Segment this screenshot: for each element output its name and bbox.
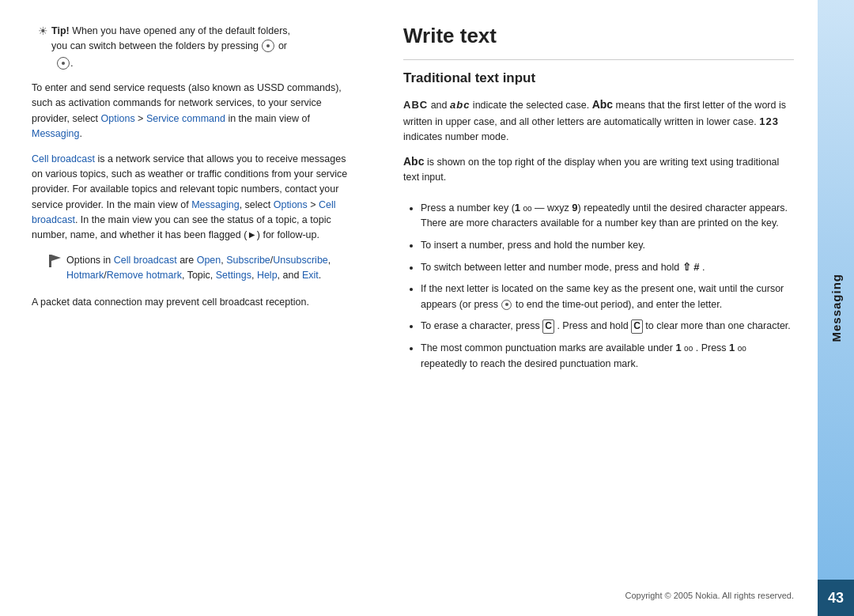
options-link2[interactable]: Options [274, 199, 308, 210]
main-content: ☀ Tip! When you have opened any of the d… [0, 0, 818, 616]
unsubscribe-link[interactable]: Unsubscribe [273, 255, 327, 266]
flag-icon [47, 255, 62, 267]
remove-hotmark-link[interactable]: Remove hotmark [107, 270, 182, 281]
bullet-item-6: The most common punctuation marks are av… [421, 340, 794, 372]
sidebar: Messaging 43 [818, 0, 854, 616]
key-9-icon: 9 [572, 202, 577, 214]
divider [403, 59, 794, 60]
bullet-item-2: To insert a number, press and hold the n… [421, 238, 794, 253]
cell-broadcast-link1[interactable]: Cell broadcast [32, 153, 95, 164]
right-col-inner: Write text Traditional text input ABC an… [403, 24, 794, 600]
tip-sun-icon: ☀ [38, 25, 48, 37]
right-column: Write text Traditional text input ABC an… [395, 24, 794, 600]
note-box: Options in Cell broadcast are Open, Subs… [47, 253, 356, 284]
key-oo-repeat-icon: oo [738, 344, 746, 353]
tip-text: Tip! When you have opened any of the def… [51, 24, 290, 54]
traditional-input-subtitle: Traditional text input [403, 70, 794, 87]
write-text-title: Write text [403, 24, 794, 48]
packet-data-para: A packet data connection may prevent cel… [32, 295, 356, 310]
left-column: ☀ Tip! When you have opened any of the d… [32, 24, 372, 600]
hotmark-link[interactable]: Hotmark [66, 270, 104, 281]
service-command-link[interactable]: Service command [146, 113, 225, 124]
exit-link[interactable]: Exit [302, 270, 319, 281]
key-oo-icon: oo [523, 204, 532, 213]
abc-lower-indicator: abc [450, 99, 470, 111]
abc-top-right-indicator: Abc [403, 155, 424, 168]
help-link[interactable]: Help [257, 270, 278, 281]
num-123-indicator: 123 [759, 115, 779, 127]
key-1-repeat-icon: 1 [729, 342, 735, 353]
key-oo-punct-icon: oo [684, 344, 693, 353]
bullet-item-3: To switch between letter and number mode… [421, 259, 794, 275]
note-text: Options in Cell broadcast are Open, Subs… [66, 253, 356, 284]
sidebar-label: Messaging [829, 274, 843, 342]
subscribe-link[interactable]: Subscribe [226, 255, 270, 266]
tip-period: . [70, 57, 74, 69]
cell-broadcast-para: Cell broadcast is a network service that… [32, 152, 356, 244]
abc-cap-indicator: Abc [592, 98, 613, 111]
abc-shown-para: Abc is shown on the top right of the dis… [403, 153, 794, 186]
settings-link[interactable]: Settings [216, 270, 251, 281]
abc-upper-indicator: ABC [403, 99, 428, 111]
key-1-punct-icon: 1 [675, 342, 681, 353]
svg-marker-1 [51, 255, 61, 261]
cell-broadcast-link3[interactable]: Cell broadcast [114, 255, 177, 266]
c-key-icon: C [542, 319, 554, 334]
page-number-box: 43 [818, 580, 854, 616]
hash-key-icon: # [693, 261, 699, 273]
nav-circle-right-icon [262, 40, 274, 52]
flag-symbol: ► [247, 229, 256, 240]
abc-para: ABC and abc indicate the selected case. … [403, 96, 794, 145]
c-key-hold-icon: C [631, 319, 643, 334]
messaging-link1[interactable]: Messaging [32, 128, 79, 139]
bullet-item-1: Press a number key (1 oo — wxyz 9) repea… [421, 200, 794, 232]
tip-box: ☀ Tip! When you have opened any of the d… [32, 24, 356, 70]
open-link[interactable]: Open [197, 255, 221, 266]
copyright-text: Copyright © 2005 Nokia. All rights reser… [403, 575, 794, 600]
shift-key-icon: ⇧ [682, 261, 691, 273]
bullet-item-4: If the next letter is located on the sam… [421, 282, 794, 312]
key-1-icon: 1 [515, 202, 520, 214]
bullet-item-5: To erase a character, press C . Press an… [421, 319, 794, 334]
options-link1[interactable]: Options [101, 113, 135, 124]
nav-circle-left-icon [57, 57, 70, 70]
nav-circle-inline-icon [501, 300, 512, 310]
bullet-list: Press a number key (1 oo — wxyz 9) repea… [418, 200, 794, 378]
messaging-link2[interactable]: Messaging [191, 199, 239, 210]
page-number: 43 [828, 590, 844, 607]
svg-rect-0 [49, 255, 51, 267]
ussd-para: To enter and send service requests (also… [32, 81, 356, 142]
